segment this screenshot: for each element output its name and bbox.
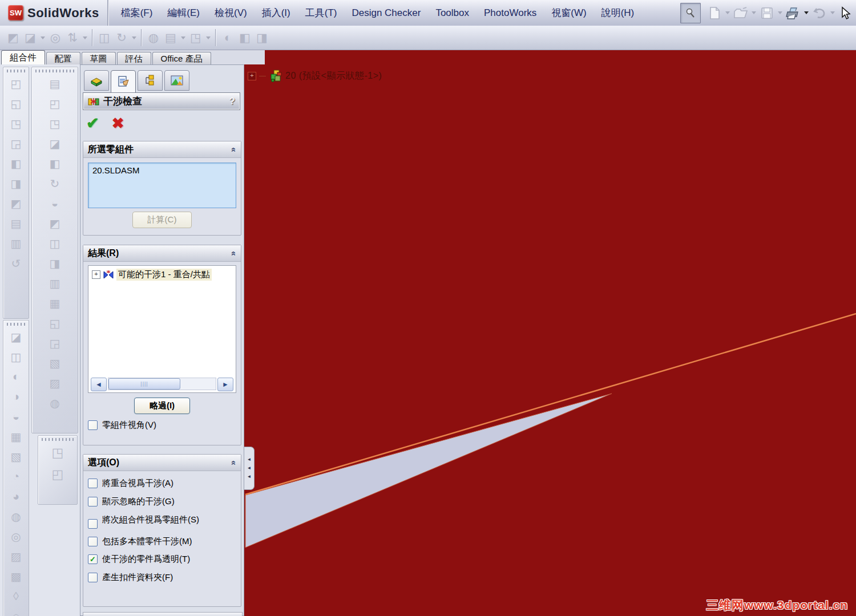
options-header[interactable]: 選項(O) « (83, 455, 241, 471)
menu-view[interactable]: 檢視(V) (207, 3, 255, 23)
checkbox-row-transparent-interfering-parts[interactable]: ✓ 使干涉的零件爲透明(T) (88, 554, 241, 565)
feature-tool-icon[interactable]: ◰ (38, 464, 77, 485)
feature-tool-icon[interactable]: ◱ (32, 313, 78, 333)
tab-property-manager[interactable] (111, 70, 136, 93)
new-dropdown-arrow[interactable] (725, 11, 730, 14)
feature-tool-icon[interactable]: ◩ (3, 193, 29, 213)
move-component-icon[interactable]: ↻ (113, 29, 130, 46)
tab-office-products[interactable]: Office 產品 (152, 52, 211, 64)
feature-tool-icon[interactable]: ◧ (3, 153, 29, 173)
toolbar-dropdown-arrow[interactable] (132, 37, 136, 39)
toolbar-dropdown-arrow[interactable] (83, 37, 87, 39)
motion-study-icon[interactable]: ◐ (219, 29, 236, 46)
viewport-feature-tree-item[interactable]: + 20 (預設<顯示狀態-1>) (248, 69, 382, 83)
toolbar-grip[interactable] (7, 323, 25, 326)
tree-item-label[interactable]: 可能的干涉1 - 重合/共點 (116, 269, 212, 281)
feature-tool-icon[interactable]: ▤ (32, 74, 78, 94)
new-document-button[interactable] (706, 5, 722, 21)
calculate-button[interactable]: 計算(C) (132, 212, 192, 228)
feature-tool-icon[interactable]: ↺ (3, 253, 29, 273)
checkbox[interactable] (88, 497, 98, 506)
scrollbar-track[interactable]: |||| (108, 378, 216, 390)
checkbox-row-coincident-as-interference[interactable]: 將重合視爲干涉(A) (88, 478, 241, 489)
selected-component-item[interactable]: 20.SLDASM (92, 165, 232, 175)
menu-edit[interactable]: 編輯(E) (160, 3, 207, 23)
feature-tool-icon[interactable]: ◪ (32, 133, 78, 153)
expand-plus-icon[interactable]: + (92, 270, 100, 279)
linear-component-pattern-icon[interactable]: ⇅ (64, 29, 81, 46)
menu-toolbox[interactable]: Toolbox (428, 4, 477, 22)
smart-fasteners-icon[interactable]: ◫ (96, 29, 113, 46)
feature-tool-icon[interactable]: ◒ (32, 193, 78, 213)
feature-tool-icon[interactable]: ▨ (3, 546, 29, 566)
ok-button[interactable]: ✔ (86, 114, 99, 132)
feature-tool-icon[interactable]: ◊ (3, 586, 29, 606)
cancel-button[interactable]: ✖ (112, 115, 124, 132)
feature-tool-icon[interactable]: ◰ (32, 94, 78, 114)
assembly-features-icon[interactable]: ▤ (162, 29, 179, 46)
feature-tool-icon[interactable]: ▦ (32, 293, 78, 313)
feature-tool-icon[interactable]: ◐ (3, 367, 29, 387)
feature-tool-icon[interactable]: ◲ (3, 133, 29, 153)
checkbox[interactable] (88, 479, 98, 488)
print-button[interactable] (785, 5, 801, 21)
selected-components-list[interactable]: 20.SLDASM (88, 163, 236, 208)
feature-tool-icon[interactable]: ◩ (32, 213, 78, 233)
feature-tool-icon[interactable]: ◳ (3, 114, 29, 133)
feature-tool-icon[interactable]: ◳ (32, 114, 78, 133)
tab-assembly[interactable]: 組合件 (1, 50, 45, 64)
tab-evaluate[interactable]: 評估 (117, 52, 151, 64)
tree-expand-plus-icon[interactable]: + (248, 72, 256, 80)
menu-window[interactable]: 視窗(W) (544, 3, 593, 23)
collapse-chevron-icon[interactable]: « (229, 147, 239, 152)
save-button[interactable] (759, 5, 775, 21)
feature-tool-icon[interactable]: ◳ (38, 442, 77, 464)
feature-tool-icon[interactable]: ◧ (32, 153, 78, 173)
menu-tools[interactable]: 工具(T) (298, 3, 345, 23)
component-view-checkbox[interactable] (88, 420, 98, 430)
checkbox[interactable] (88, 519, 98, 529)
feature-tool-icon[interactable]: ◨ (32, 253, 78, 273)
attachment-icon[interactable]: ◎ (47, 29, 64, 46)
feature-tool-icon[interactable]: ◍ (32, 393, 78, 413)
help-button[interactable]: ? (229, 96, 235, 107)
toolbar-dropdown-arrow[interactable] (206, 37, 211, 39)
checkbox-row-show-ignored[interactable]: 顯示忽略的干涉(G) (88, 496, 241, 507)
feature-tool-icon[interactable]: ▥ (32, 273, 78, 293)
menu-photoworks[interactable]: PhotoWorks (477, 4, 544, 22)
tree-row[interactable]: + 可能的干涉1 - 重合/共點 (88, 266, 236, 281)
feature-tool-icon[interactable]: ▦ (3, 427, 29, 447)
undo-dropdown-arrow[interactable] (830, 11, 835, 14)
feature-tool-icon[interactable]: ▩ (3, 566, 29, 586)
feature-tool-icon[interactable]: ◨ (3, 173, 29, 193)
feature-tool-icon[interactable]: ▥ (3, 233, 29, 253)
toolbar-grip[interactable] (35, 70, 74, 72)
collapse-chevron-icon[interactable]: « (229, 251, 239, 256)
tab-feature-manager[interactable] (84, 70, 109, 91)
checkbox-row-create-fasteners-folder[interactable]: 產生扣件資料夾(F) (88, 572, 241, 583)
toolbar-grip[interactable] (7, 70, 25, 72)
tab-sketch[interactable]: 草圖 (82, 52, 116, 64)
select-pointer-button[interactable] (838, 5, 854, 21)
rotate-component-icon[interactable]: ◪ (22, 29, 39, 46)
feature-tool-icon[interactable]: ◔ (3, 467, 29, 487)
feature-tool-icon[interactable]: ▧ (3, 447, 29, 467)
checkbox-row-subassemblies-as-components[interactable]: 將次組合件視爲零組件(S) (88, 514, 241, 529)
ignore-button[interactable]: 略過(I) (134, 398, 190, 414)
checkbox[interactable] (88, 537, 98, 546)
checkbox-checked[interactable]: ✓ (88, 554, 98, 564)
toolbar-dropdown-arrow[interactable] (181, 37, 185, 39)
results-horizontal-scrollbar[interactable]: ◄ |||| ► (91, 378, 233, 390)
feature-tool-icon[interactable]: ▤ (3, 213, 29, 233)
checkbox-row-multibody-interference[interactable]: 包括多本體零件干涉(M) (88, 536, 241, 547)
scroll-left-button[interactable]: ◄ (91, 378, 107, 391)
feature-tree-label[interactable]: 20 (預設<顯示狀態-1>) (285, 70, 382, 82)
explode-line-sketch-icon[interactable]: ◨ (253, 29, 270, 46)
tab-configuration-manager[interactable] (138, 70, 163, 91)
feature-tool-icon[interactable]: ◫ (3, 347, 29, 367)
menu-design-checker[interactable]: Design Checker (344, 4, 428, 22)
feature-tool-icon[interactable]: ○ (3, 606, 29, 616)
tab-layout[interactable]: 配置 (46, 52, 80, 64)
open-dropdown-arrow[interactable] (752, 11, 756, 14)
collapse-chevron-icon[interactable]: « (229, 460, 239, 465)
